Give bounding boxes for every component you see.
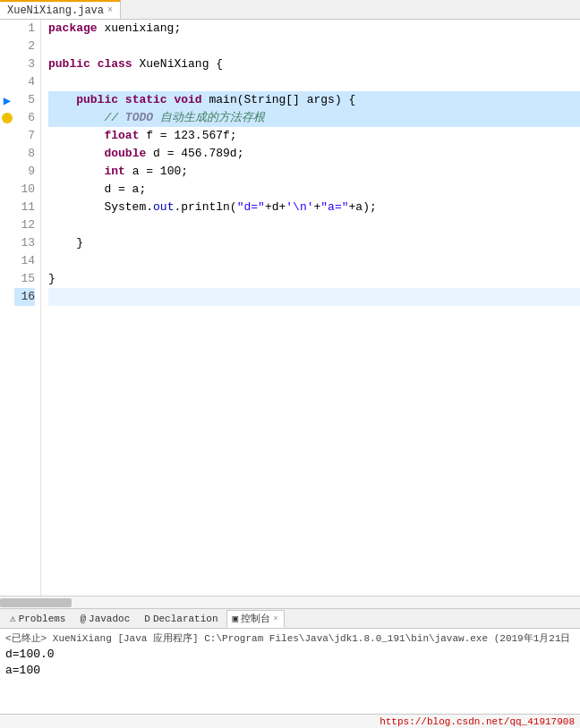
line-indicator-2: [0, 38, 14, 55]
javadoc-icon: @: [80, 614, 86, 624]
line-indicator-8: [0, 145, 14, 163]
line-indicator-10: [0, 181, 14, 199]
tab-close-icon[interactable]: ×: [107, 5, 113, 15]
code-line-1[interactable]: package xuenixiang;: [48, 20, 580, 38]
bottom-tab-bar: ⚠Problems@JavadocDDeclaration▣控制台×: [0, 609, 580, 629]
code-line-5[interactable]: public static void main(String[] args) {: [48, 91, 580, 109]
console-output-line1: d=100.0: [5, 647, 575, 663]
line-indicator-4: [0, 73, 14, 91]
code-line-13[interactable]: }: [48, 234, 580, 252]
line-indicator-14: [0, 252, 14, 270]
code-line-15[interactable]: }: [48, 270, 580, 288]
console-area: <已终止> XueNiXiang [Java 应用程序] C:\Program …: [0, 629, 580, 714]
code-line-8[interactable]: double d = 456.789d;: [48, 145, 580, 163]
code-line-3[interactable]: public class XueNiXiang {: [48, 55, 580, 73]
line-indicator-9: [0, 163, 14, 181]
status-bar: https://blog.csdn.net/qq_41917908: [0, 714, 580, 728]
line-indicator-6: [0, 109, 14, 127]
console-terminated-line: <已终止> XueNiXiang [Java 应用程序] C:\Program …: [5, 631, 575, 647]
code-line-12[interactable]: [48, 216, 580, 234]
line-number-9: 9: [14, 163, 35, 181]
line-number-15: 15: [14, 270, 35, 288]
line-indicator-12: [0, 216, 14, 234]
line-indicator-5: ▶: [0, 91, 14, 109]
console-output-line2: a=100: [5, 663, 575, 679]
horizontal-scrollbar[interactable]: [0, 596, 580, 608]
line-number-1: 1: [14, 20, 35, 38]
problems-icon: ⚠: [10, 613, 16, 624]
line-number-16: 16: [14, 288, 35, 306]
javadoc-label: Javadoc: [89, 614, 130, 624]
code-line-11[interactable]: System.out.println("d="+d+'\n'+"a="+a);: [48, 199, 580, 216]
code-line-16[interactable]: [48, 288, 580, 306]
code-line-4[interactable]: [48, 73, 580, 91]
console-icon: ▣: [233, 613, 239, 624]
console-label: 控制台: [241, 612, 270, 625]
bottom-tab-problems[interactable]: ⚠Problems: [4, 610, 72, 628]
tab-filename: XueNiXiang.java: [7, 4, 104, 17]
bottom-tab-declaration[interactable]: DDeclaration: [138, 610, 224, 628]
line-numbers: 12345678910111213141516: [14, 20, 41, 596]
line-number-6: 6: [14, 109, 35, 127]
line-number-7: 7: [14, 127, 35, 145]
code-line-9[interactable]: int a = 100;: [48, 163, 580, 181]
csdn-link[interactable]: https://blog.csdn.net/qq_41917908: [380, 716, 575, 727]
code-lines[interactable]: package xuenixiang; public class XueNiXi…: [41, 20, 580, 596]
scrollbar-thumb[interactable]: [0, 598, 72, 607]
problems-label: Problems: [19, 614, 66, 624]
line-indicator-7: [0, 127, 14, 145]
warning-dot: [2, 113, 13, 123]
code-line-14[interactable]: [48, 252, 580, 270]
line-number-12: 12: [14, 216, 35, 234]
left-margin: ▶: [0, 20, 14, 596]
code-content: ▶ 12345678910111213141516 package xuenix…: [0, 20, 580, 596]
line-number-5: 5: [14, 91, 35, 109]
line-indicator-11: [0, 199, 14, 216]
code-line-7[interactable]: float f = 123.567f;: [48, 127, 580, 145]
line-indicator-16: [0, 288, 14, 306]
tab-bar: XueNiXiang.java ×: [0, 0, 580, 20]
line-indicator-13: [0, 234, 14, 252]
bottom-tab-javadoc[interactable]: @Javadoc: [73, 610, 136, 628]
code-line-10[interactable]: d = a;: [48, 181, 580, 199]
editor-area: ▶ 12345678910111213141516 package xuenix…: [0, 20, 580, 608]
line-number-4: 4: [14, 73, 35, 91]
line-indicator-15: [0, 270, 14, 288]
line-number-3: 3: [14, 55, 35, 73]
line-number-14: 14: [14, 252, 35, 270]
bottom-panel: ⚠Problems@JavadocDDeclaration▣控制台× <已终止>…: [0, 608, 580, 728]
bottom-tab-console[interactable]: ▣控制台×: [226, 610, 285, 628]
line-number-2: 2: [14, 38, 35, 55]
line-number-10: 10: [14, 181, 35, 199]
line-number-11: 11: [14, 199, 35, 216]
declaration-icon: D: [144, 614, 150, 624]
console-close-icon[interactable]: ×: [273, 614, 277, 623]
code-line-2[interactable]: [48, 38, 580, 55]
code-line-6[interactable]: // TODO 自动生成的方法存根: [48, 109, 580, 127]
line-number-13: 13: [14, 234, 35, 252]
line-indicator-1: [0, 20, 14, 38]
editor-tab[interactable]: XueNiXiang.java ×: [0, 0, 121, 19]
declaration-label: Declaration: [153, 614, 218, 624]
line-number-8: 8: [14, 145, 35, 163]
line-indicator-3: [0, 55, 14, 73]
